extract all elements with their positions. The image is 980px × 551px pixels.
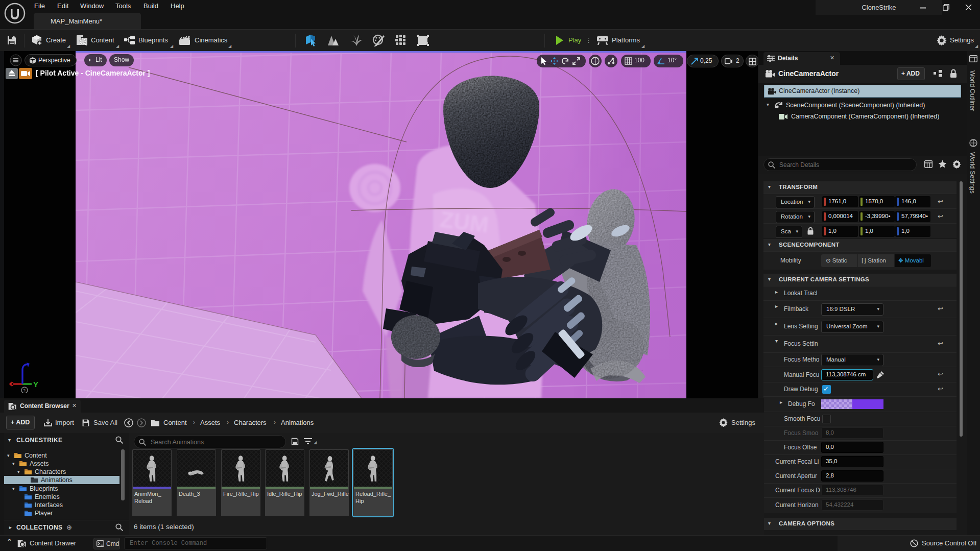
svg-text:?: ? [23,388,26,393]
svg-text:Y: Y [33,380,38,389]
